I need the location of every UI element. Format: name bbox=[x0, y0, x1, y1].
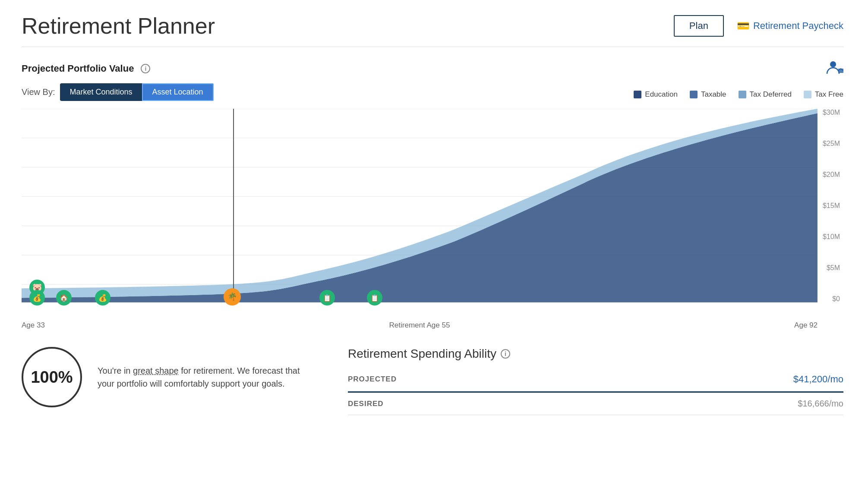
paycheck-icon: 💳 bbox=[737, 20, 750, 32]
view-by-buttons: Market Conditions Asset Location bbox=[60, 83, 213, 101]
legend-tax-free-swatch bbox=[804, 91, 811, 98]
projected-info-icon[interactable]: i bbox=[141, 64, 150, 73]
timeline-icon-group-2: 💰 bbox=[29, 290, 45, 306]
score-circle: 100% bbox=[22, 347, 82, 407]
desired-label: DESIRED bbox=[348, 400, 384, 408]
x-label-age33: Age 33 bbox=[22, 321, 45, 330]
chart-header: Projected Portfolio Value i bbox=[22, 60, 843, 77]
page-header: Retirement Planner Plan 💳 Retirement Pay… bbox=[22, 13, 843, 47]
event-icon-doc2[interactable]: 📋 bbox=[367, 290, 382, 306]
y-label-0: $0 bbox=[823, 295, 843, 303]
person-icon-btn[interactable] bbox=[826, 60, 843, 77]
timeline-icon-group-3: 🏠 bbox=[56, 290, 72, 306]
legend-education: Education bbox=[634, 90, 678, 99]
market-conditions-button[interactable]: Market Conditions bbox=[60, 84, 142, 100]
score-section: 100% You're in great shape for retiremen… bbox=[22, 347, 313, 407]
legend-tax-free: Tax Free bbox=[804, 90, 843, 99]
legend-tax-deferred: Tax Deferred bbox=[739, 90, 792, 99]
y-label-25m: $25M bbox=[823, 140, 843, 148]
bottom-section: 100% You're in great shape for retiremen… bbox=[22, 347, 843, 428]
spending-section: Retirement Spending Ability i PROJECTED … bbox=[348, 347, 843, 415]
desired-value: $16,666/mo bbox=[798, 399, 843, 409]
spending-desired-row: DESIRED $16,666/mo bbox=[348, 393, 843, 415]
timeline-icon-group-4: 💰 bbox=[95, 290, 110, 306]
spending-info-icon[interactable]: i bbox=[501, 349, 510, 359]
chart-section: Projected Portfolio Value i View By: Mar… bbox=[22, 60, 843, 330]
projected-value: $41,200/mo bbox=[793, 374, 843, 385]
x-label-retirement: Retirement Age 55 bbox=[389, 321, 450, 330]
event-icon-doc1[interactable]: 📋 bbox=[319, 290, 335, 306]
legend-taxable-label: Taxable bbox=[701, 90, 726, 99]
event-icon-money[interactable]: 💰 bbox=[29, 290, 45, 306]
y-label-10m: $10M bbox=[823, 233, 843, 241]
y-label-20m: $20M bbox=[823, 171, 843, 179]
y-axis-labels: $30M $25M $20M $15M $10M $5M $0 bbox=[823, 109, 843, 303]
score-description: You're in great shape for retirement. We… bbox=[98, 364, 313, 390]
spending-projected-row: PROJECTED $41,200/mo bbox=[348, 368, 843, 391]
asset-location-button[interactable]: Asset Location bbox=[142, 83, 214, 101]
y-label-30m: $30M bbox=[823, 109, 843, 117]
view-by-label: View By: bbox=[22, 87, 55, 97]
chart-container: $30M $25M $20M $15M $10M $5M $0 🐷 💰 🏠 bbox=[22, 109, 843, 316]
legend-taxable-swatch bbox=[690, 91, 698, 98]
legend-education-label: Education bbox=[645, 90, 678, 99]
chart-header-left: Projected Portfolio Value i bbox=[22, 63, 150, 74]
svg-point-0 bbox=[830, 61, 836, 67]
chart-legend: Education Taxable Tax Deferred Tax Free bbox=[634, 90, 843, 99]
legend-taxable: Taxable bbox=[690, 90, 726, 99]
legend-tax-free-label: Tax Free bbox=[815, 90, 843, 99]
projected-label: PROJECTED bbox=[348, 375, 397, 384]
chart-svg bbox=[22, 109, 843, 316]
timeline-icon-doc2: 📋 bbox=[367, 290, 382, 306]
retirement-paycheck-link[interactable]: 💳 Retirement Paycheck bbox=[737, 20, 843, 32]
spending-title: Retirement Spending Ability i bbox=[348, 347, 843, 361]
header-actions: Plan 💳 Retirement Paycheck bbox=[674, 15, 843, 37]
legend-tax-deferred-swatch bbox=[739, 91, 746, 98]
x-label-age92: Age 92 bbox=[794, 321, 818, 330]
event-icon-home[interactable]: 🏠 bbox=[56, 290, 72, 306]
legend-education-swatch bbox=[634, 91, 641, 98]
view-by-row: View By: Market Conditions Asset Locatio… bbox=[22, 83, 214, 101]
legend-tax-deferred-label: Tax Deferred bbox=[750, 90, 792, 99]
x-axis-labels: Age 33 Retirement Age 55 Age 92 bbox=[22, 318, 843, 330]
page-title: Retirement Planner bbox=[22, 13, 215, 39]
y-label-5m: $5M bbox=[823, 264, 843, 272]
timeline-icon-retirement: 🌴 bbox=[224, 288, 241, 306]
projected-portfolio-title: Projected Portfolio Value bbox=[22, 63, 134, 74]
event-icon-money2[interactable]: 💰 bbox=[95, 290, 110, 306]
y-label-15m: $15M bbox=[823, 202, 843, 210]
svg-rect-1 bbox=[838, 69, 843, 73]
timeline-icon-doc1: 📋 bbox=[319, 290, 335, 306]
plan-button[interactable]: Plan bbox=[674, 15, 724, 37]
event-icon-retirement[interactable]: 🌴 bbox=[224, 288, 241, 306]
score-value: 100% bbox=[31, 368, 73, 387]
